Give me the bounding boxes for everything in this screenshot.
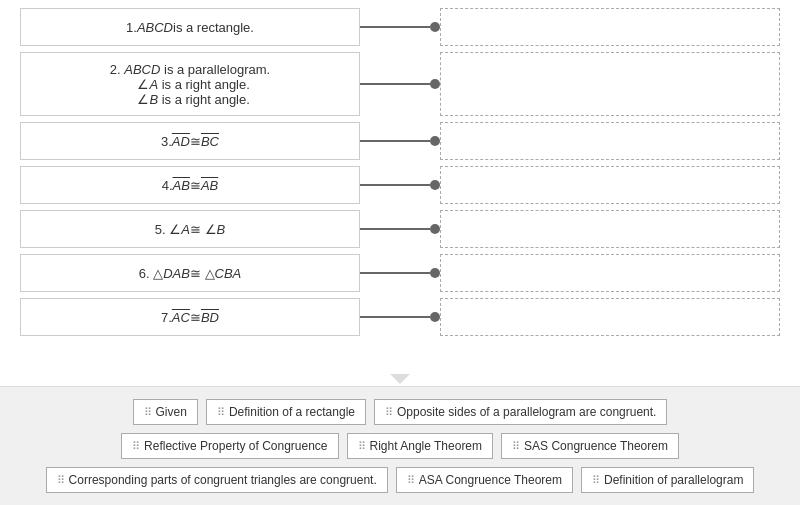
connector-dot-1 [430,22,440,32]
connector-dot-5 [430,224,440,234]
chip-definition-parallelogram[interactable]: Definition of parallelogram [581,467,754,493]
chip-opposite-sides[interactable]: Opposite sides of a parallelogram are co… [374,399,667,425]
connector-2 [360,79,440,89]
statement-2: 2. ABCD is a parallelogram. ∠A is a righ… [20,52,360,116]
connector-dot-2 [430,79,440,89]
connector-1 [360,22,440,32]
reason-box-3[interactable] [440,122,780,160]
connector-line-1 [360,26,430,28]
reason-box-4[interactable] [440,166,780,204]
reason-box-2[interactable] [440,52,780,116]
statement-6: 6. △DAB ≅ △CBA [20,254,360,292]
chip-given[interactable]: Given [133,399,198,425]
connector-line-5 [360,228,430,230]
reason-box-6[interactable] [440,254,780,292]
connector-line-7 [360,316,430,318]
proof-area: 1. ABCD is a rectangle. 2. ABCD is a par… [0,0,800,372]
connector-7 [360,312,440,322]
proof-row-3: 3. AD ≅ BC [20,122,780,160]
statement-1: 1. ABCD is a rectangle. [20,8,360,46]
connector-4 [360,180,440,190]
chip-right-angle-theorem[interactable]: Right Angle Theorem [347,433,494,459]
chip-definition-rectangle[interactable]: Definition of a rectangle [206,399,366,425]
proof-row-7: 7. AC ≅ BD [20,298,780,336]
statement-3: 3. AD ≅ BC [20,122,360,160]
statement-5: 5. ∠A ≅ ∠B [20,210,360,248]
connector-6 [360,268,440,278]
connector-line-6 [360,272,430,274]
proof-row-1: 1. ABCD is a rectangle. [20,8,780,46]
drag-chips-area: Given Definition of a rectangle Opposite… [0,386,800,505]
proof-row-2: 2. ABCD is a parallelogram. ∠A is a righ… [20,52,780,116]
statement-4: 4. AB ≅ AB [20,166,360,204]
chip-corresponding-parts[interactable]: Corresponding parts of congruent triangl… [46,467,388,493]
proof-row-4: 4. AB ≅ AB [20,166,780,204]
main-container: 1. ABCD is a rectangle. 2. ABCD is a par… [0,0,800,505]
triangle-down-icon [390,374,410,384]
connector-dot-6 [430,268,440,278]
chip-reflective[interactable]: Reflective Property of Congruence [121,433,338,459]
connector-line-3 [360,140,430,142]
connector-dot-3 [430,136,440,146]
connector-3 [360,136,440,146]
connector-line-4 [360,184,430,186]
chip-sas[interactable]: SAS Congruence Theorem [501,433,679,459]
proof-row-5: 5. ∠A ≅ ∠B [20,210,780,248]
connector-5 [360,224,440,234]
reason-box-1[interactable] [440,8,780,46]
proof-row-6: 6. △DAB ≅ △CBA [20,254,780,292]
connector-dot-4 [430,180,440,190]
connector-dot-7 [430,312,440,322]
reason-box-7[interactable] [440,298,780,336]
statement-7: 7. AC ≅ BD [20,298,360,336]
chip-asa[interactable]: ASA Congruence Theorem [396,467,573,493]
divider-triangle [0,372,800,386]
connector-line-2 [360,83,430,85]
reason-box-5[interactable] [440,210,780,248]
